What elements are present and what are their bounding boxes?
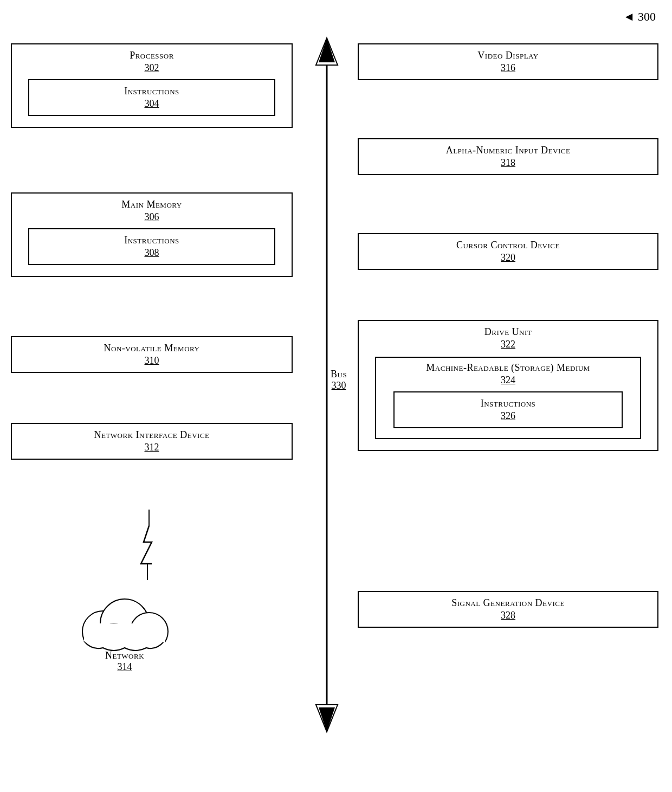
main-memory-title: Main Memory	[20, 199, 283, 210]
bus-title: Bus	[331, 369, 347, 380]
network-cloud-container: Network 314	[54, 583, 195, 673]
drive-unit-outer: Drive Unit 322 Machine-Readable (Storage…	[358, 320, 658, 451]
processor-box: Processor 302 Instructions 304	[11, 43, 293, 139]
processor-title: Processor	[20, 50, 283, 61]
instructions-308-number: 308	[37, 247, 266, 259]
instructions-326-box: Instructions 326	[393, 391, 623, 428]
signal-generation-outer: Signal Generation Device 328	[358, 591, 658, 628]
fig-number: 300	[638, 10, 656, 23]
cursor-control-outer: Cursor Control Device 320	[358, 233, 658, 270]
network-interface-outer: Network Interface Device 312	[11, 423, 293, 460]
signal-generation-number: 328	[367, 610, 649, 621]
drive-unit-box: Drive Unit 322 Machine-Readable (Storage…	[358, 320, 658, 462]
alpha-numeric-box: Alpha-Numeric Input Device 318	[358, 138, 658, 186]
instructions-304-box: Instructions 304	[28, 79, 275, 116]
main-memory-number: 306	[20, 211, 283, 223]
instructions-326-number: 326	[403, 410, 613, 422]
cursor-control-box: Cursor Control Device 320	[358, 233, 658, 281]
medium-title: Machine-Readable (Storage) Medium	[383, 362, 634, 374]
diagram-container: ◄ 300 Bus 330 Processor 302 Instructions…	[0, 0, 672, 792]
drive-unit-title: Drive Unit	[367, 326, 649, 338]
cursor-control-title: Cursor Control Device	[367, 240, 649, 251]
alpha-numeric-title: Alpha-Numeric Input Device	[367, 145, 649, 156]
processor-number: 302	[20, 62, 283, 74]
instructions-326-title: Instructions	[403, 398, 613, 409]
main-memory-box: Main Memory 306 Instructions 308	[11, 192, 293, 288]
signal-generation-title: Signal Generation Device	[367, 597, 649, 609]
svg-rect-13	[85, 623, 165, 642]
instructions-308-box: Instructions 308	[28, 228, 275, 265]
network-cloud-number: 314	[54, 661, 195, 673]
video-display-outer: Video Display 316	[358, 43, 658, 80]
cursor-control-number: 320	[367, 252, 649, 263]
alpha-numeric-number: 318	[367, 157, 649, 169]
non-volatile-number: 310	[20, 355, 283, 366]
svg-marker-4	[319, 707, 335, 732]
instructions-304-number: 304	[37, 98, 266, 110]
non-volatile-box: Non-volatile Memory 310	[11, 336, 293, 384]
signal-generation-box: Signal Generation Device 328	[358, 591, 658, 639]
bus-label: Bus 330	[331, 369, 347, 391]
video-display-box: Video Display 316	[358, 43, 658, 91]
network-interface-box: Network Interface Device 312	[11, 423, 293, 471]
drive-unit-number: 322	[367, 339, 649, 350]
svg-marker-2	[319, 38, 335, 62]
instructions-304-title: Instructions	[37, 86, 266, 97]
non-volatile-title: Non-volatile Memory	[20, 343, 283, 354]
fig-number-label: ◄ 300	[623, 10, 656, 24]
main-memory-outer: Main Memory 306 Instructions 308	[11, 192, 293, 277]
instructions-308-title: Instructions	[37, 235, 266, 246]
cloud-svg	[65, 583, 184, 659]
network-interface-title: Network Interface Device	[20, 429, 283, 441]
alpha-numeric-outer: Alpha-Numeric Input Device 318	[358, 138, 658, 175]
medium-box: Machine-Readable (Storage) Medium 324 In…	[375, 357, 641, 439]
non-volatile-outer: Non-volatile Memory 310	[11, 336, 293, 373]
medium-number: 324	[383, 375, 634, 386]
video-display-number: 316	[367, 62, 649, 74]
lightning-bolt-svg	[133, 510, 165, 580]
processor-outer: Processor 302 Instructions 304	[11, 43, 293, 128]
video-display-title: Video Display	[367, 50, 649, 61]
fig-arrow-icon: ◄	[623, 10, 635, 23]
network-interface-number: 312	[20, 442, 283, 453]
bus-number: 330	[331, 380, 347, 391]
